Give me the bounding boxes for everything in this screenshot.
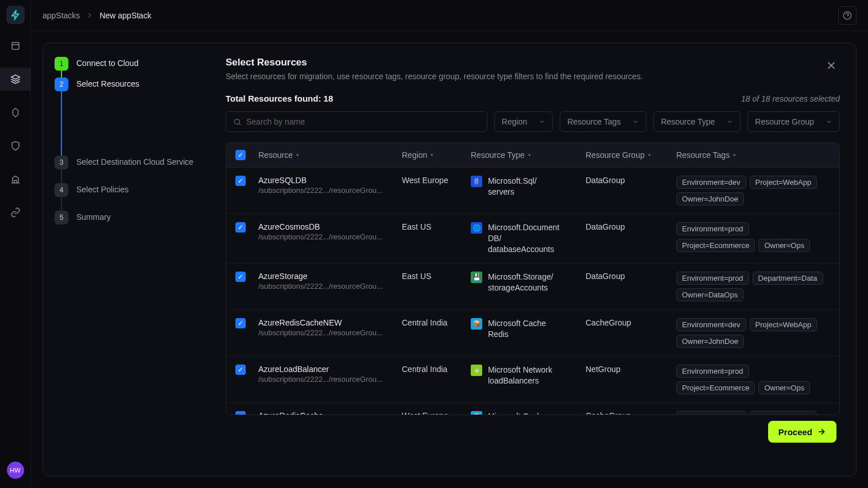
resource-name: AzureStorage (258, 272, 402, 281)
side-rail: HW (0, 0, 31, 488)
row-checkbox[interactable]: ✓ (235, 365, 246, 375)
resource-name: AzureRedisCache (258, 411, 402, 415)
step-2[interactable]: 2 Select Resources (55, 78, 204, 91)
user-avatar[interactable]: HW (7, 462, 24, 479)
column-group[interactable]: Resource Group▾ (586, 150, 676, 160)
resource-type-icon: 📦 (471, 411, 482, 415)
chevron-down-icon (632, 118, 639, 125)
proceed-button[interactable]: Proceed (768, 421, 836, 443)
svg-point-8 (235, 119, 240, 124)
tag-pill: Owner=Ops (758, 239, 810, 252)
step-1[interactable]: 1 Connect to Cloud (55, 57, 204, 71)
step-5[interactable]: 5 Summary (55, 211, 204, 224)
step-3[interactable]: 3 Select Destination Cloud Service (55, 156, 204, 169)
step-label: Summary (76, 211, 111, 222)
resource-path: /subscriptions/2222.../resourceGrou... (258, 328, 390, 337)
group-filter[interactable]: Resource Group (747, 111, 840, 132)
tag-pill: Department=Data (753, 272, 823, 285)
column-tags[interactable]: Resource Tags▾ (676, 150, 830, 160)
sort-icon: ▾ (431, 152, 433, 158)
row-checkbox[interactable]: ✓ (235, 318, 246, 328)
resource-type-icon: 💾 (471, 272, 482, 283)
chevron-down-icon (826, 118, 832, 125)
resource-path: /subscriptions/2222.../resourceGrou... (258, 186, 390, 195)
topbar: appStacks New appStack (31, 0, 868, 31)
tag-pill: Owner=Ops (758, 381, 810, 394)
sort-icon: ▾ (648, 152, 651, 158)
app-logo (6, 6, 25, 24)
resource-group: DataGroup (586, 176, 676, 185)
resource-tags: Environment=prodProject=EcommerceOwner=O… (676, 222, 830, 252)
resource-type: Microsoft NetworkloadBalancers (488, 365, 552, 386)
svg-marker-2 (11, 75, 20, 80)
panel-subtitle: Select resources for migration, use reso… (226, 72, 643, 81)
filter-label: Resource Type (661, 117, 715, 126)
tag-pill: Project=WebApp (750, 411, 817, 415)
arrow-right-icon (817, 427, 826, 436)
step-connector (61, 197, 62, 211)
step-number: 1 (55, 57, 68, 71)
step-4[interactable]: 4 Select Policies (55, 183, 204, 197)
resource-tags: Environment=devProject=WebAppOwner=JohnD… (676, 318, 830, 348)
column-region[interactable]: Region▾ (402, 150, 471, 160)
tag-pill: Owner=JohnDoe (676, 335, 744, 348)
resource-region: Central India (402, 365, 471, 374)
resource-region: East US (402, 272, 471, 281)
tags-filter[interactable]: Resource Tags (560, 111, 646, 132)
panel-title: Select Resources (226, 57, 643, 68)
nav-item-1[interactable] (0, 34, 31, 57)
column-type[interactable]: Resource Type▾ (471, 150, 586, 160)
nav-item-4[interactable] (0, 134, 31, 157)
select-all-checkbox[interactable]: ✓ (235, 150, 246, 160)
sort-icon: ▾ (733, 152, 736, 158)
region-filter[interactable]: Region (494, 111, 553, 132)
resource-name: AzureRedisCacheNEW (258, 318, 402, 327)
search-icon (233, 118, 242, 126)
breadcrumb-parent[interactable]: appStacks (42, 11, 80, 20)
row-checkbox[interactable]: ✓ (235, 272, 246, 282)
resource-tags: Environment=devProject=WebAppOwner=JohnD… (676, 411, 830, 415)
chevron-right-icon (86, 11, 94, 20)
nav-item-3[interactable] (0, 101, 31, 124)
resource-type: Microsoft CacheRedis (488, 411, 546, 415)
column-resource[interactable]: Resource▾ (258, 150, 402, 160)
row-checkbox[interactable]: ✓ (235, 176, 246, 186)
help-button[interactable] (838, 6, 857, 25)
step-connector (61, 169, 62, 183)
resource-path: /subscriptions/2222.../resourceGrou... (258, 233, 390, 241)
nav-item-6[interactable] (0, 201, 31, 224)
resource-type: Microsoft.Sql/servers (488, 176, 537, 197)
resource-type-icon: ◈ (471, 365, 482, 376)
sort-icon: ▾ (528, 152, 531, 158)
step-number: 4 (55, 183, 68, 197)
search-input[interactable] (246, 117, 480, 126)
close-icon[interactable] (823, 57, 840, 74)
resource-tags: Environment=devProject=WebAppOwner=JohnD… (676, 176, 830, 206)
search-input-wrapper[interactable] (226, 111, 487, 132)
step-label: Connect to Cloud (76, 57, 138, 68)
type-filter[interactable]: Resource Type (653, 111, 741, 132)
row-checkbox[interactable]: ✓ (235, 411, 246, 415)
nav-item-stacks[interactable] (0, 68, 31, 91)
tag-pill: Project=WebApp (750, 176, 817, 189)
resource-group: DataGroup (586, 222, 676, 231)
table-row: ✓ AzureStorage /subscriptions/2222.../re… (226, 264, 839, 310)
resource-group: DataGroup (586, 272, 676, 281)
resource-type-icon: 📦 (471, 318, 482, 330)
tag-pill: Project=WebApp (750, 318, 817, 331)
nav-item-5[interactable] (0, 168, 31, 191)
tag-pill: Environment=dev (676, 318, 746, 331)
chevron-down-icon (538, 118, 545, 125)
breadcrumb-current: New appStack (99, 11, 151, 20)
table-row: ✓ AzureRedisCacheNEW /subscriptions/2222… (226, 310, 839, 357)
resource-group: CacheGroup (586, 411, 676, 415)
filter-label: Resource Group (755, 117, 814, 126)
row-checkbox[interactable]: ✓ (235, 222, 246, 233)
tag-pill: Project=Ecommerce (676, 381, 755, 394)
stepper: 1 Connect to Cloud 2 Select Resources 3 … (43, 43, 215, 476)
svg-rect-0 (12, 42, 19, 49)
proceed-label: Proceed (778, 427, 812, 437)
tag-pill: Environment=dev (676, 176, 746, 189)
resource-group: CacheGroup (586, 318, 676, 327)
filter-label: Resource Tags (567, 117, 621, 126)
